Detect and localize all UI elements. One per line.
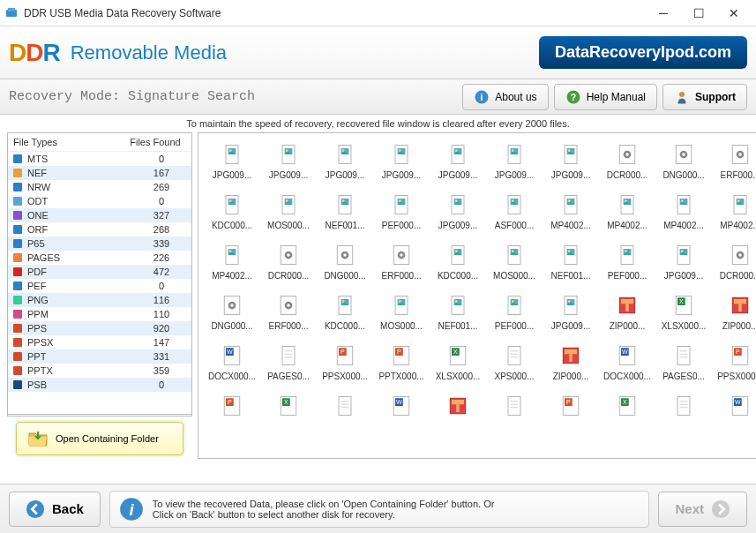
file-type-name: MTS [27, 154, 135, 164]
file-item[interactable]: MP4002... [657, 191, 710, 230]
file-item[interactable]: PPPSX000... [714, 342, 756, 381]
file-item[interactable]: WDOCX000... [206, 342, 258, 381]
file-item[interactable]: JPG009... [544, 291, 597, 331]
file-item[interactable]: DCR000... [714, 241, 756, 281]
svg-rect-192 [456, 404, 460, 412]
file-item[interactable]: JPG009... [206, 140, 258, 180]
file-item[interactable] [318, 392, 371, 422]
file-item[interactable]: X [601, 392, 654, 422]
file-item[interactable]: JPG009... [488, 140, 541, 180]
file-item[interactable] [431, 392, 484, 422]
file-item[interactable]: NEF001... [431, 291, 484, 331]
file-item[interactable]: PPPTX000... [375, 342, 428, 381]
file-item[interactable]: PEF000... [375, 191, 428, 230]
file-name: XLSX000... [657, 321, 710, 331]
file-item[interactable]: ERF000... [714, 140, 756, 180]
file-item[interactable]: X [262, 392, 315, 422]
file-item[interactable]: PAGES0... [262, 342, 315, 381]
file-item[interactable]: ZIP000... [601, 291, 654, 331]
help-button[interactable]: ? Help Manual [554, 84, 657, 110]
file-item[interactable]: NEF001... [544, 241, 597, 281]
file-item[interactable]: PEF000... [601, 241, 654, 281]
file-name: DCR000... [262, 271, 315, 281]
file-item[interactable]: ERF000... [262, 291, 315, 331]
file-type-row[interactable]: ORF 268 [8, 222, 191, 236]
file-type-row[interactable]: PPT 331 [8, 349, 191, 364]
file-item[interactable]: KDC000... [206, 191, 258, 230]
file-item[interactable]: MOS000... [262, 191, 315, 230]
file-item[interactable] [657, 392, 710, 422]
file-type-row[interactable]: PPTX 359 [8, 364, 191, 378]
file-item[interactable]: DNG000... [206, 291, 258, 331]
file-type-row[interactable]: MTS 0 [8, 152, 191, 166]
file-item[interactable]: MP4002... [544, 191, 597, 230]
minimize-button[interactable]: ─ [646, 0, 681, 26]
file-item[interactable]: ASF000... [488, 191, 541, 230]
file-item[interactable]: PPPSX000... [318, 342, 371, 381]
file-item[interactable]: MOS000... [488, 241, 541, 281]
file-item[interactable]: PAGES0... [657, 342, 710, 381]
file-type-row[interactable]: PPSX 147 [8, 335, 191, 349]
file-item[interactable]: DNG000... [318, 241, 371, 281]
file-name: ASF000... [488, 221, 541, 230]
file-item[interactable]: DCR000... [601, 140, 654, 180]
close-button[interactable]: ✕ [716, 0, 752, 26]
file-type-name: PPT [27, 351, 135, 362]
file-item[interactable]: JPG009... [431, 140, 484, 180]
file-item[interactable] [488, 392, 541, 422]
file-item[interactable]: JPG009... [431, 191, 484, 230]
file-type-row[interactable]: PDF 472 [8, 265, 191, 279]
folder-icon [27, 428, 49, 449]
file-item[interactable]: MP4002... [714, 191, 756, 230]
file-item[interactable]: XXLSX000... [657, 291, 710, 331]
file-item[interactable]: JPG009... [375, 140, 428, 180]
file-type-row[interactable]: ONE 327 [8, 208, 191, 222]
file-type-row[interactable]: PNG 116 [8, 293, 191, 307]
maximize-button[interactable]: ☐ [681, 0, 716, 26]
back-button[interactable]: Back [9, 492, 101, 527]
file-item[interactable]: MP4002... [206, 241, 258, 281]
open-containing-folder-button[interactable]: Open Containing Folder [16, 422, 183, 455]
file-item[interactable]: PEF000... [488, 291, 541, 331]
file-item[interactable]: NEF001... [318, 191, 371, 230]
file-type-row[interactable]: PAGES 226 [8, 251, 191, 265]
file-type-row[interactable]: ODT 0 [8, 194, 191, 208]
file-item[interactable]: P [544, 392, 597, 422]
file-item[interactable]: W [375, 392, 428, 422]
file-item[interactable]: JPG009... [262, 140, 315, 180]
file-type-row[interactable]: NRW 269 [8, 180, 191, 194]
file-item[interactable]: DCR000... [262, 241, 315, 281]
file-item[interactable]: XXLSX000... [431, 342, 484, 381]
file-type-count: 0 [135, 196, 188, 206]
file-item[interactable]: KDC000... [431, 241, 484, 281]
about-button[interactable]: i About us [462, 84, 548, 110]
file-item[interactable]: P [206, 392, 258, 422]
file-type-row[interactable]: NEF 167 [8, 166, 191, 180]
file-type-row[interactable]: P65 339 [8, 236, 191, 251]
file-type-row[interactable]: PPM 110 [8, 307, 191, 321]
file-item[interactable]: ZIP000... [714, 291, 756, 331]
file-item[interactable]: JPG009... [544, 140, 597, 180]
file-item[interactable]: MOS000... [375, 291, 428, 331]
svg-point-50 [682, 153, 685, 156]
file-item[interactable]: JPG009... [318, 140, 371, 180]
file-type-row[interactable]: PPS 920 [8, 321, 191, 335]
file-item[interactable]: WDOCX000... [601, 342, 654, 381]
file-item[interactable]: JPG009... [657, 241, 710, 281]
next-button[interactable]: Next [658, 492, 747, 527]
svg-rect-21 [13, 352, 22, 361]
file-item[interactable]: ZIP000... [544, 342, 597, 381]
file-item[interactable]: MP4002... [601, 191, 654, 230]
logo: DDR Removable Media [9, 39, 227, 67]
file-item[interactable]: KDC000... [318, 291, 371, 331]
file-item[interactable]: W [714, 392, 756, 422]
file-type-row[interactable]: PEF 0 [8, 279, 191, 293]
file-type-row[interactable]: PSB 0 [8, 378, 191, 392]
support-button[interactable]: Support [662, 84, 747, 110]
file-item[interactable]: ERF000... [375, 241, 428, 281]
svg-rect-8 [13, 169, 22, 177]
file-types-list[interactable]: MTS 0 NEF 167 NRW 269 ODT 0 ONE 327 ORF … [8, 152, 191, 414]
file-grid[interactable]: JPG009...JPG009...JPG009...JPG009...JPG0… [198, 133, 756, 458]
file-item[interactable]: XPS000... [488, 342, 541, 381]
file-item[interactable]: DNG000... [657, 140, 710, 180]
